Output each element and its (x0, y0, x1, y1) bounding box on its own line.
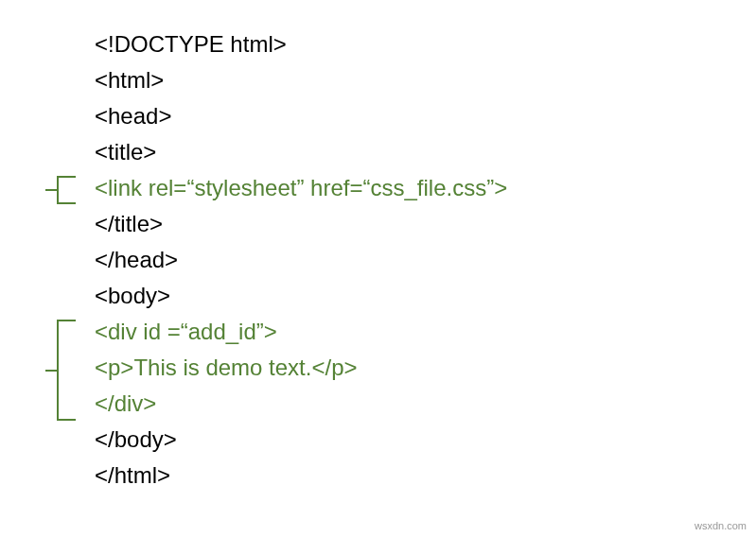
code-line: </html> (95, 458, 756, 494)
code-line: <!DOCTYPE html> (95, 26, 756, 62)
code-line: <title> (95, 134, 756, 170)
code-line: <html> (95, 62, 756, 98)
bracket-annotation-2 (57, 320, 76, 421)
code-line: </title> (95, 206, 756, 242)
bracket-annotation-1 (57, 176, 76, 204)
watermark: wsxdn.com (694, 520, 747, 531)
code-block: <!DOCTYPE html> <html> <head> <title> <l… (0, 26, 756, 494)
code-line: <body> (95, 278, 756, 314)
code-line-highlighted: <link rel=“stylesheet” href=“css_file.cs… (95, 170, 756, 206)
code-line: <head> (95, 98, 756, 134)
code-line: </head> (95, 242, 756, 278)
code-line-highlighted: </div> (95, 386, 756, 422)
code-line: </body> (95, 422, 756, 458)
code-line-highlighted: <div id =“add_id”> (95, 314, 756, 350)
code-line-highlighted: <p>This is demo text.</p> (95, 350, 756, 386)
